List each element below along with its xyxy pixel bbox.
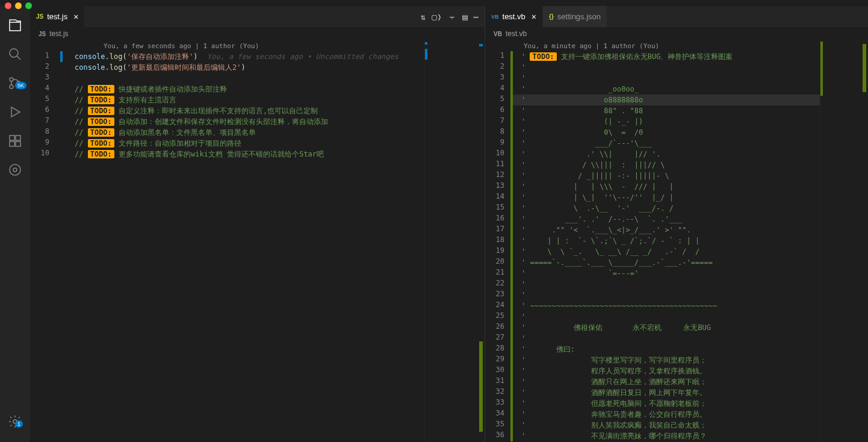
code-line[interactable]: 31' 酒醒只在网上坐，酒醉还来网下眠； [485,376,820,387]
code-line[interactable]: 18' | | : `- \`.;`\ _ /`;.`/ - ` : | | [485,235,820,246]
activity-run-debug[interactable] [1,98,29,126]
tabs-bar-left: JS test.js × ⇅ ▢❭ ⫟ ▤ ⋯ [30,6,485,27]
code-line[interactable]: 24' ~~~~~~~~~~~~~~~~~~~~~~~~~~~~~~~~~~~~… [485,300,820,311]
activity-source-control[interactable]: 5K [1,69,29,98]
code-line[interactable]: 27' [485,333,820,344]
line-number: 35 [485,420,510,428]
line-number: 7 [30,116,60,125]
overview-ruler-right[interactable] [861,40,868,442]
line-number: 18 [485,235,510,244]
code-line[interactable]: 5' o8888888o [485,95,820,105]
code-line[interactable]: 19' \ \ `_. \_ __\ /__ _/ .-` / / [485,246,820,257]
mac-zoom-btn[interactable] [25,2,32,9]
line-number: 30 [485,366,510,374]
activity-extensions[interactable] [1,126,29,155]
code-line[interactable]: 36' 不见满街漂亮妹，哪个归得程序员？ [485,431,820,441]
line-number: 15 [485,203,510,211]
svg-rect-9 [16,142,20,146]
code-line[interactable]: 30' 程序人员写程序，又拿程序换酒钱。 [485,366,820,376]
line-number: 10 [30,149,60,157]
code-line[interactable]: 16' ___'. .' /--.--\ `. .'___ [485,214,820,225]
code-line[interactable]: 13' | | \\\ - /// | | [485,181,820,192]
code-line[interactable]: 4// TODO: 快捷键或者插件自动添加头部注释 [30,84,424,95]
editor-group-left: JS test.js × ⇅ ▢❭ ⫟ ▤ ⋯ JS test.js [30,6,485,442]
line-number: 22 [485,279,510,287]
code-line[interactable]: 6// TODO: 自定义注释：即时未来出现插件不支持的语言,也可以自己定制 [30,105,424,116]
action-compare-changes[interactable]: ⇅ [421,12,426,22]
activity-inspector[interactable] [1,155,29,184]
svg-marker-5 [11,107,20,117]
line-number: 31 [485,376,510,385]
codelens-left[interactable]: You, a few seconds ago | 1 author (You) [89,40,259,51]
line-number: 3 [485,73,510,81]
activity-settings[interactable]: 1 [1,407,29,436]
code-line[interactable]: 7' (| -_- |) [485,116,820,127]
code-line[interactable]: 2console.log('更新最后编辑时间和最后编辑人2') [30,62,424,73]
code-line[interactable]: 23' [485,290,820,300]
right-editor-content[interactable]: You, a minute ago | 1 author (You) 1' TO… [485,40,868,442]
code-line[interactable]: 1console.log('保存自动添加注释')You, a few secon… [30,51,424,62]
settings-badge: 1 [15,420,23,428]
line-number: 23 [485,290,510,298]
code-line[interactable]: 2' [485,62,820,73]
overview-ruler-left[interactable] [477,40,485,442]
code-line[interactable]: 4' _oo0oo_ [485,84,820,95]
code-line[interactable]: 26' 佛祖保佑 永不宕机 永无BUG [485,322,820,333]
code-line[interactable]: 20' =====`-.____`.___ \_____/___.-`___.-… [485,257,820,268]
code-line[interactable]: 25' [485,311,820,322]
tab-test-vb[interactable]: VB test.vb × [485,6,543,27]
code-line[interactable]: 6' 88" . "88 [485,105,820,116]
mac-min-btn[interactable] [15,2,22,9]
code-line[interactable]: 15' \ .-\__ '-' ___/-. / [485,203,820,214]
breadcrumb-left[interactable]: JS test.js [30,27,485,40]
code-line[interactable]: 34' 奔驰宝马贵者趣，公交自行程序员。 [485,409,820,420]
scm-badge: 5K [15,82,26,89]
code-line[interactable]: 35' 别人笑我忒疯癫，我笑自己命太贱； [485,420,820,431]
code-line[interactable]: 3 [30,73,424,84]
code-line[interactable]: 32' 酒醉酒醒日复日，网上网下年复年。 [485,387,820,398]
minimap-left[interactable] [424,40,485,442]
svg-point-0 [10,49,18,57]
left-editor-content[interactable]: You, a few seconds ago | 1 author (You) … [30,40,485,442]
activity-search[interactable] [1,40,29,69]
line-number: 2 [485,62,510,70]
code-line[interactable]: 9// TODO: 文件路径：自动添加相对于项目的路径 [30,138,424,149]
svg-point-2 [10,78,13,81]
line-number: 27 [485,333,510,341]
action-run[interactable]: ▢❭ [432,12,442,22]
breadcrumb-right[interactable]: VB test.vb [485,27,868,40]
mac-window-controls[interactable] [5,2,32,9]
code-line[interactable]: 7// TODO: 自动添加：创建文件和保存文件时检测没有头部注释，将自动添加 [30,116,424,127]
mac-close-btn[interactable] [5,2,11,9]
line-number: 11 [485,160,510,168]
code-line[interactable]: 10' .' \\| |// '. [485,149,820,160]
close-icon[interactable]: × [532,12,536,22]
code-line[interactable]: 1' TODO: 支持一键添加佛祖保佑永无BUG、神兽护体等注释图案 [485,51,820,62]
code-line[interactable]: 10// TODO: 更多功能请查看仓库的wiki文档 觉得还不错的话就给个St… [30,149,424,160]
code-line[interactable]: 17' ."" '< `.___\_<|>_/___.' >' "". [485,225,820,235]
code-line[interactable]: 21' `=---=' [485,268,820,279]
code-line[interactable]: 8// TODO: 自动添加黑名单：文件黑名单、项目黑名单 [30,127,424,138]
tab-settings-json[interactable]: {} settings.json [543,6,607,27]
close-icon[interactable]: × [73,12,78,22]
line-number: 2 [30,62,60,70]
activity-explorer[interactable] [1,11,29,40]
line-number: 8 [30,127,60,135]
line-number: 34 [485,409,510,417]
action-split-horizontal[interactable]: ▤ [462,12,467,22]
code-line[interactable]: 11' / \\||| : |||// \ [485,160,820,170]
code-line[interactable]: 29' 写字楼里写字间，写字间里程序员； [485,355,820,366]
code-line[interactable]: 14' | \_| ''\---/'' |_/ | [485,192,820,203]
action-split-vertical[interactable]: ⫟ [448,12,456,22]
code-line[interactable]: 12' / _||||| -:- |||||- \ [485,170,820,181]
codelens-right[interactable]: You, a minute ago | 1 author (You) [521,40,659,51]
code-line[interactable]: 3' [485,73,820,84]
code-line[interactable]: 9' ___/`---'\___ [485,138,820,149]
code-line[interactable]: 8' 0\ = /0 [485,127,820,138]
code-line[interactable]: 28' 佛曰: [485,344,820,355]
code-line[interactable]: 5// TODO: 支持所有主流语言 [30,95,424,105]
code-line[interactable]: 33' 但愿老死电脑间，不愿鞠躬老板前； [485,398,820,409]
tab-test-js[interactable]: JS test.js × [30,6,85,27]
code-line[interactable]: 22' [485,279,820,290]
action-more[interactable]: ⋯ [474,12,479,22]
